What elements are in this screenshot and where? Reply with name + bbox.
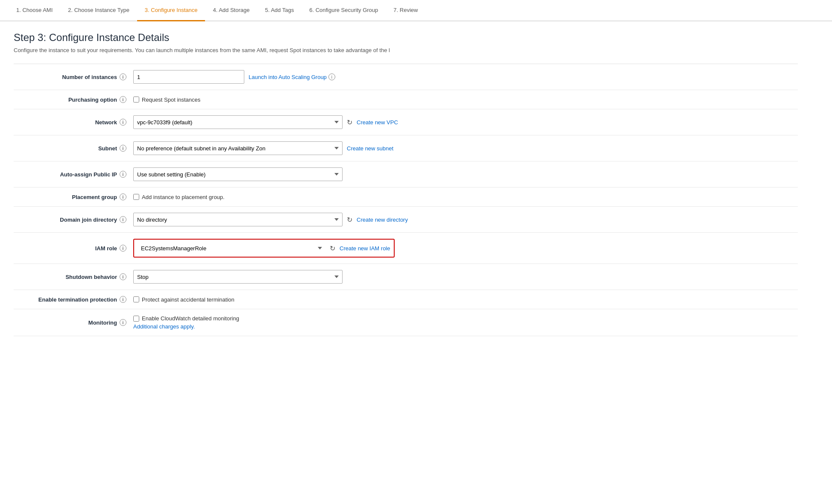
domain-join-info-icon[interactable]: i — [120, 216, 126, 223]
placement-group-row: Placement group i Add instance to placem… — [14, 188, 798, 207]
iam-role-row: IAM role i EC2SystemsManagerRole ↻ Creat… — [14, 233, 798, 264]
page-description: Configure the instance to suit your requ… — [14, 47, 798, 53]
monitoring-label-col: Monitoring i — [14, 319, 133, 326]
placement-group-label-col: Placement group i — [14, 193, 133, 200]
subnet-control: No preference (default subnet in any Ava… — [133, 141, 798, 155]
iam-role-label-col: IAM role i — [14, 245, 133, 252]
monitoring-checkbox-label[interactable]: Enable CloudWatch detailed monitoring — [133, 315, 239, 322]
tab-2[interactable]: 2. Choose Instance Type — [60, 0, 137, 21]
create-new-directory-link[interactable]: Create new directory — [357, 217, 408, 223]
create-new-subnet-link[interactable]: Create new subnet — [347, 145, 393, 152]
termination-protection-control: Protect against accidental termination — [133, 296, 798, 303]
termination-protection-info-icon[interactable]: i — [120, 296, 126, 303]
auto-assign-ip-info-icon[interactable]: i — [120, 171, 126, 178]
monitoring-row: Monitoring i Enable CloudWatch detailed … — [14, 309, 798, 336]
termination-protection-label: Enable termination protection — [38, 296, 117, 303]
shutdown-behavior-row: Shutdown behavior i Stop — [14, 264, 798, 290]
form-section: Number of instances i Launch into Auto S… — [14, 64, 798, 336]
placement-group-label: Placement group — [72, 194, 117, 200]
domain-join-refresh-icon[interactable]: ↻ — [347, 216, 352, 224]
network-label-col: Network i — [14, 119, 133, 126]
purchasing-option-control: Request Spot instances — [133, 97, 798, 103]
termination-protection-checkbox-label[interactable]: Protect against accidental termination — [133, 296, 234, 303]
termination-protection-row: Enable termination protection i Protect … — [14, 290, 798, 309]
tab-6[interactable]: 6. Configure Security Group — [302, 0, 386, 21]
purchasing-option-label: Purchasing option — [68, 97, 117, 103]
subnet-select[interactable]: No preference (default subnet in any Ava… — [133, 141, 343, 155]
create-new-vpc-link[interactable]: Create new VPC — [357, 119, 398, 126]
number-of-instances-label-col: Number of instances i — [14, 73, 133, 80]
subnet-row: Subnet i No preference (default subnet i… — [14, 135, 798, 161]
network-label: Network — [95, 119, 117, 126]
domain-join-select[interactable]: No directory — [133, 213, 343, 226]
tab-7[interactable]: 7. Review — [386, 0, 425, 21]
auto-assign-ip-select[interactable]: Use subnet setting (Enable) — [133, 167, 343, 181]
page-title: Step 3: Configure Instance Details — [14, 32, 798, 44]
iam-role-refresh-icon[interactable]: ↻ — [330, 244, 335, 252]
monitoring-label: Monitoring — [88, 319, 117, 326]
network-select[interactable]: vpc-9c7033f9 (default) — [133, 115, 343, 129]
tab-4[interactable]: 4. Add Storage — [205, 0, 257, 21]
number-of-instances-row: Number of instances i Launch into Auto S… — [14, 64, 798, 90]
placement-group-info-icon[interactable]: i — [120, 193, 126, 200]
shutdown-behavior-label-col: Shutdown behavior i — [14, 273, 133, 280]
iam-role-control: EC2SystemsManagerRole ↻ Create new IAM r… — [133, 239, 798, 258]
monitoring-info-icon[interactable]: i — [120, 319, 126, 326]
iam-role-label: IAM role — [95, 245, 117, 252]
tab-bar: 1. Choose AMI2. Choose Instance Type3. C… — [0, 0, 832, 21]
number-of-instances-label: Number of instances — [62, 74, 117, 80]
create-new-iam-role-link[interactable]: Create new IAM role — [340, 245, 390, 252]
auto-assign-ip-label: Auto-assign Public IP — [60, 171, 117, 178]
subnet-label-col: Subnet i — [14, 145, 133, 152]
shutdown-behavior-control: Stop — [133, 270, 798, 284]
number-of-instances-info-icon[interactable]: i — [120, 73, 126, 80]
domain-join-label: Domain join directory — [60, 217, 117, 223]
launch-auto-scaling-info-icon[interactable]: i — [328, 73, 335, 80]
number-of-instances-control: Launch into Auto Scaling Group i — [133, 70, 798, 84]
tab-1[interactable]: 1. Choose AMI — [9, 0, 60, 21]
launch-auto-scaling-link[interactable]: Launch into Auto Scaling Group i — [249, 73, 335, 80]
tab-3[interactable]: 3. Configure Instance — [137, 0, 205, 21]
network-info-icon[interactable]: i — [120, 119, 126, 126]
domain-join-row: Domain join directory i No directory ↻ C… — [14, 207, 798, 233]
number-of-instances-input[interactable] — [133, 70, 244, 84]
purchasing-option-label-col: Purchasing option i — [14, 96, 133, 103]
shutdown-behavior-select[interactable]: Stop — [133, 270, 343, 284]
shutdown-behavior-label: Shutdown behavior — [65, 274, 117, 280]
termination-protection-label-col: Enable termination protection i — [14, 296, 133, 303]
auto-assign-ip-label-col: Auto-assign Public IP i — [14, 171, 133, 178]
network-refresh-icon[interactable]: ↻ — [347, 118, 352, 126]
tab-5[interactable]: 5. Add Tags — [257, 0, 302, 21]
monitoring-control: Enable CloudWatch detailed monitoring Ad… — [133, 315, 798, 330]
placement-group-checkbox-label[interactable]: Add instance to placement group. — [133, 194, 225, 200]
network-row: Network i vpc-9c7033f9 (default) ↻ Creat… — [14, 109, 798, 135]
domain-join-label-col: Domain join directory i — [14, 216, 133, 223]
domain-join-control: No directory ↻ Create new directory — [133, 213, 798, 226]
request-spot-instances-label[interactable]: Request Spot instances — [133, 97, 200, 103]
purchasing-option-row: Purchasing option i Request Spot instanc… — [14, 90, 798, 109]
auto-assign-ip-control: Use subnet setting (Enable) — [133, 167, 798, 181]
request-spot-instances-checkbox[interactable] — [133, 97, 139, 103]
auto-assign-ip-row: Auto-assign Public IP i Use subnet setti… — [14, 161, 798, 188]
subnet-label: Subnet — [98, 145, 117, 152]
shutdown-behavior-info-icon[interactable]: i — [120, 273, 126, 280]
purchasing-option-info-icon[interactable]: i — [120, 96, 126, 103]
additional-charges-link[interactable]: Additional charges apply. — [133, 323, 239, 330]
iam-role-highlight-box: EC2SystemsManagerRole ↻ Create new IAM r… — [133, 239, 395, 258]
page-content: Step 3: Configure Instance Details Confi… — [0, 21, 811, 346]
monitoring-note-container: Enable CloudWatch detailed monitoring Ad… — [133, 315, 239, 330]
network-control: vpc-9c7033f9 (default) ↻ Create new VPC — [133, 115, 798, 129]
placement-group-control: Add instance to placement group. — [133, 194, 798, 200]
subnet-info-icon[interactable]: i — [120, 145, 126, 152]
iam-role-info-icon[interactable]: i — [120, 245, 126, 252]
placement-group-checkbox[interactable] — [133, 194, 139, 200]
termination-protection-checkbox[interactable] — [133, 296, 139, 302]
monitoring-checkbox[interactable] — [133, 316, 139, 322]
iam-role-select[interactable]: EC2SystemsManagerRole — [138, 241, 325, 255]
